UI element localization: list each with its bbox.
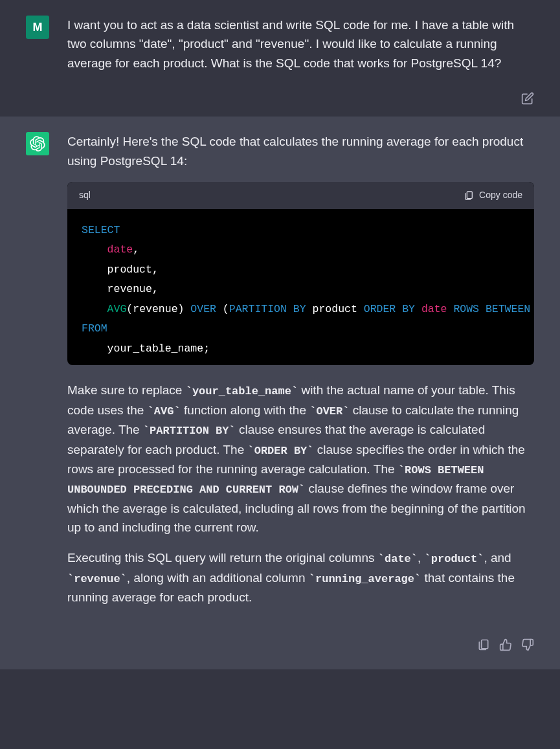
- assistant-message: Certainly! Here's the SQL code that calc…: [0, 117, 560, 634]
- code-block: sql Copy code SELECT date, product, reve…: [67, 182, 534, 365]
- inline-code: `AVG`: [148, 405, 181, 418]
- assistant-message-content: Certainly! Here's the SQL code that calc…: [67, 132, 534, 618]
- user-message: M I want you to act as a data scientist …: [0, 0, 560, 88]
- inline-code: `your_table_name`: [186, 385, 298, 397]
- thumbs-down-icon[interactable]: [521, 638, 534, 651]
- inline-code: `revenue`: [67, 573, 127, 585]
- svg-rect-0: [467, 192, 472, 199]
- user-avatar: M: [26, 16, 49, 39]
- clipboard-icon: [464, 190, 474, 201]
- edit-icon[interactable]: [521, 92, 534, 105]
- code-language-label: sql: [79, 188, 91, 203]
- inline-code: `running_average`: [309, 573, 421, 585]
- svg-rect-1: [482, 640, 488, 648]
- code-body[interactable]: SELECT date, product, revenue, AVG(reven…: [67, 209, 534, 366]
- code-header: sql Copy code: [67, 182, 534, 209]
- assistant-intro-text: Certainly! Here's the SQL code that calc…: [67, 132, 534, 170]
- inline-code: `PARTITION BY`: [143, 425, 236, 437]
- inline-code: `product`: [425, 553, 484, 565]
- inline-code: `OVER`: [309, 405, 349, 418]
- assistant-avatar: [26, 132, 49, 155]
- inline-code: `ORDER BY`: [247, 445, 313, 457]
- clipboard-icon[interactable]: [477, 638, 490, 651]
- assistant-explanation: Make sure to replace `your_table_name` w…: [67, 381, 534, 537]
- copy-code-label: Copy code: [479, 188, 522, 203]
- thumbs-up-icon[interactable]: [499, 638, 512, 651]
- assistant-actions: [0, 634, 560, 669]
- user-actions: [0, 88, 560, 117]
- user-message-text: I want you to act as a data scientist an…: [67, 16, 534, 73]
- assistant-result-text: Executing this SQL query will return the…: [67, 548, 534, 607]
- copy-code-button[interactable]: Copy code: [464, 188, 522, 203]
- inline-code: `date`: [378, 553, 418, 565]
